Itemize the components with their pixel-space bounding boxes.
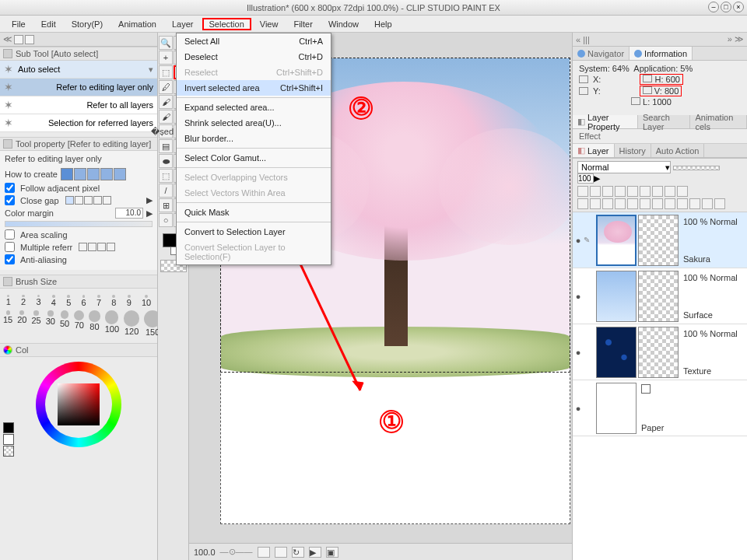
menu-help[interactable]: Help [367, 18, 399, 30]
layer-ctrl-btn[interactable] [627, 186, 638, 197]
tool-button[interactable]: 🖌 [159, 110, 173, 124]
menu-item[interactable]: Blur border... [177, 131, 331, 146]
visibility-icon[interactable]: ● [573, 236, 584, 245]
subtool-item[interactable]: ✶Selection for referred layers [0, 114, 157, 132]
brush-size[interactable]: 120 [124, 310, 139, 337]
layer-ctrl-btn[interactable] [590, 186, 601, 197]
layer-ctrl-btn[interactable] [640, 186, 651, 197]
layer-ctrl-btn[interactable] [615, 198, 626, 209]
multi-ref-check[interactable] [5, 242, 15, 252]
tool-button[interactable]: 🖌 [159, 95, 173, 109]
blend-mode-select[interactable]: Normal▾ [577, 161, 671, 173]
brush-size[interactable]: 4 [51, 295, 56, 307]
layer-ctrl-btn[interactable] [702, 198, 713, 209]
layer-ctrl-btn[interactable] [652, 186, 663, 197]
brush-size[interactable]: 9 [127, 295, 132, 307]
layer-ctrl-btn[interactable] [689, 198, 700, 209]
tool-button[interactable]: �ședin [159, 124, 173, 138]
close-button[interactable]: × [733, 2, 744, 12]
layer-row[interactable]: ●✎100 % NormalSakura [573, 212, 747, 268]
minimize-button[interactable]: – [708, 2, 719, 12]
tab-layer-property[interactable]: ◧Layer Property [573, 115, 638, 128]
layer-ctrl-btn[interactable] [652, 198, 663, 209]
layer-ctrl-btn[interactable] [577, 198, 588, 209]
layer-ctrl-btn[interactable] [577, 186, 588, 197]
tool-button[interactable]: ⬬ [159, 154, 173, 168]
brush-size[interactable]: 10 [142, 295, 151, 307]
zoom-fit-icon[interactable] [258, 547, 270, 558]
follow-pixel-check[interactable] [5, 183, 15, 193]
brush-size[interactable]: 70 [74, 310, 84, 337]
tab-search-layer[interactable]: Search Layer [638, 115, 691, 128]
menu-window[interactable]: Window [321, 18, 366, 30]
menu-filter[interactable]: Filter [286, 18, 319, 30]
tool-button[interactable]: ▤ [159, 139, 173, 153]
brush-size[interactable]: 1 [6, 295, 11, 307]
toolstrip-btn[interactable] [25, 35, 34, 44]
zoom-slider[interactable]: —⊙—— [220, 547, 253, 557]
menu-item[interactable]: Expand selected area... [177, 100, 331, 115]
layer-ctrl-btn[interactable] [677, 198, 688, 209]
tool-button[interactable]: ⬚ [159, 65, 173, 79]
brush-size[interactable]: 7 [96, 295, 101, 307]
menu-file[interactable]: File [5, 18, 33, 30]
menu-layer[interactable]: Layer [165, 18, 201, 30]
brush-size[interactable]: 30 [46, 310, 55, 337]
layer-ctrl-btn[interactable] [615, 186, 626, 197]
howto-icons[interactable] [61, 168, 126, 180]
brush-size[interactable]: 3 [36, 295, 40, 307]
play-icon[interactable]: ▶ [309, 547, 321, 558]
fg-swatch[interactable] [3, 422, 14, 433]
brush-size[interactable]: 80 [89, 310, 100, 337]
tab-auto-action[interactable]: Auto Action [651, 144, 705, 157]
layer-row[interactable]: ●100 % NormalTexture [573, 324, 747, 380]
transparent-swatch[interactable] [3, 446, 14, 457]
brush-size[interactable]: 15 [3, 310, 12, 337]
brush-size[interactable]: 50 [60, 310, 69, 337]
maximize-button[interactable]: □ [721, 2, 731, 12]
brush-size[interactable]: 5 [66, 295, 71, 307]
brush-size[interactable]: 100 [105, 310, 119, 337]
brush-size[interactable]: 20 [17, 310, 26, 337]
tab-navigator[interactable]: Navigator [573, 47, 630, 60]
menu-animation[interactable]: Animation [111, 18, 163, 30]
menu-selection[interactable]: Selection [202, 18, 251, 30]
tab-layer[interactable]: ◧Layer [573, 144, 615, 157]
menu-item[interactable]: DeselectCtrl+D [177, 49, 331, 65]
menu-view[interactable]: View [253, 18, 286, 30]
zoom-actual-icon[interactable] [275, 547, 287, 558]
layer-ctrl-btn[interactable] [677, 186, 688, 197]
bg-swatch[interactable] [3, 434, 14, 445]
menu-item[interactable]: Quick Mask [177, 205, 331, 220]
layer-ctrl-btn[interactable] [640, 198, 651, 209]
tool-button[interactable]: ⬚ [159, 169, 173, 183]
antialias-check[interactable] [5, 254, 15, 264]
visibility-icon[interactable]: ● [573, 348, 584, 357]
layer-ctrl-btn[interactable] [602, 186, 613, 197]
visibility-icon[interactable]: ● [573, 404, 584, 413]
visibility-icon[interactable]: ● [573, 292, 584, 301]
layer-ctrl-btn[interactable] [665, 198, 675, 209]
brush-size[interactable]: 25 [32, 310, 41, 337]
subtool-item[interactable]: ✶Refer to all layers [0, 96, 157, 114]
subtool-item[interactable]: ✶Refer to editing layer only [0, 79, 157, 96]
layer-row[interactable]: ●Paper [573, 380, 747, 436]
tab-history[interactable]: History [615, 144, 651, 157]
menu-item[interactable]: Convert to Selection Layer [177, 224, 331, 240]
tab-information[interactable]: Information [630, 47, 693, 60]
layer-ctrl-btn[interactable] [627, 198, 638, 209]
menu-edit[interactable]: Edit [34, 18, 63, 30]
brush-size[interactable]: 2 [21, 295, 26, 307]
tool-button[interactable]: 🔍 [159, 36, 173, 50]
toolstrip-btn[interactable] [14, 35, 23, 44]
layer-ctrl-btn[interactable] [590, 198, 601, 209]
tool-button[interactable]: ○ [159, 213, 173, 227]
rotate-icon[interactable]: ↻ [292, 547, 304, 558]
tool-button[interactable]: + [159, 51, 173, 65]
tool-button[interactable]: ⊞ [159, 198, 173, 212]
area-scaling-check[interactable] [5, 229, 15, 240]
layer-row[interactable]: ●100 % NormalSurface [573, 268, 747, 324]
menu-story(p)[interactable]: Story(P) [65, 18, 110, 30]
opacity-input[interactable]: 100 [577, 173, 594, 184]
layer-ctrl-btn[interactable] [602, 198, 613, 209]
